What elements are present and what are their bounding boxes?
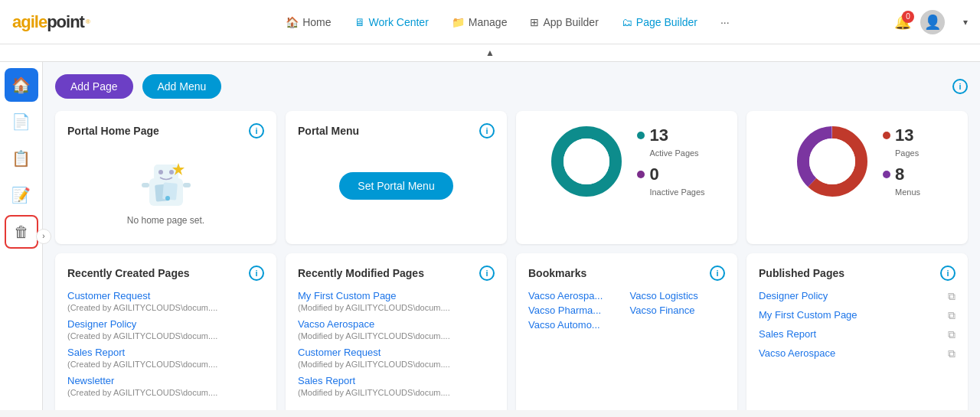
logo-agile: agile [12, 12, 47, 31]
set-portal-menu-button[interactable]: Set Portal Menu [339, 172, 452, 200]
svg-point-9 [165, 196, 170, 200]
bell-badge: 0 [902, 11, 914, 23]
published-pages-info-icon[interactable]: i [940, 266, 956, 281]
list-item: Newsletter (Created by AGILITYCLOUDS\doc… [67, 375, 264, 397]
list-item: Customer Request (Created by AGILITYCLOU… [67, 290, 264, 312]
svg-point-11 [564, 138, 609, 184]
nav-pagebuilder[interactable]: 🗂 Page Builder [612, 11, 707, 33]
bookmark-link-4[interactable]: Vacso Automo... [528, 319, 624, 331]
sidebar-item-trash[interactable]: 🗑 [5, 215, 38, 249]
nav-appbuilder[interactable]: ⊞ App Builder [521, 11, 607, 33]
copy-icon-1[interactable]: ⧉ [948, 309, 956, 322]
portal-home-info-icon[interactable]: i [249, 123, 264, 138]
active-chart-card: 13 Active Pages 0 Inactive Pages [516, 111, 737, 244]
created-sub-0: (Created by AGILITYCLOUDS\docum.... [67, 303, 264, 312]
portal-home-header: Portal Home Page i [67, 123, 264, 138]
portal-menu-header: Portal Menu i [298, 123, 495, 138]
nav-links: 🏠 Home 🖥 Work Center 📁 Manage ⊞ App Buil… [121, 11, 894, 33]
nav-home-label: Home [302, 16, 331, 28]
sidebar-item-pages[interactable]: 📄 [5, 105, 38, 138]
modified-sub-2: (Modified by AGILITYCLOUDS\docum.... [298, 360, 495, 369]
created-sub-3: (Created by AGILITYCLOUDS\docum.... [67, 388, 264, 397]
pages-count: 13 [895, 125, 913, 145]
modified-link-1[interactable]: Vacso Aerospace [298, 318, 495, 330]
recently-created-title: Recently Created Pages [67, 267, 190, 279]
portal-menu-info-icon[interactable]: i [479, 123, 495, 138]
menus-legend-item: 8 [883, 165, 920, 184]
modified-link-2[interactable]: Customer Request [298, 347, 495, 358]
published-pages-header: Published Pages i [759, 266, 956, 281]
nav-appbuilder-label: App Builder [543, 16, 598, 28]
modified-sub-3: (Modified by AGILITYCLOUDS\docum.... [298, 388, 495, 397]
sidebar-item-list[interactable]: 📋 [5, 142, 38, 175]
bookmark-link-0[interactable]: Vacso Aerospa... [528, 290, 624, 301]
published-pages-title: Published Pages [759, 267, 844, 279]
copy-icon-2[interactable]: ⧉ [948, 328, 956, 341]
recently-created-info-icon[interactable]: i [249, 266, 264, 281]
sidebar: 🏠 📄 📋 📝 🗑 › [0, 62, 43, 410]
bookmarks-info-icon[interactable]: i [710, 266, 725, 281]
modified-link-3[interactable]: Sales Report [298, 375, 495, 386]
svg-rect-4 [142, 183, 149, 187]
list-item: Vacso Aerospace ⧉ [759, 347, 956, 360]
menus-dot [883, 171, 890, 178]
published-link-2[interactable]: Sales Report [759, 328, 816, 340]
recently-modified-info-icon[interactable]: i [479, 266, 495, 281]
copy-icon-3[interactable]: ⧉ [948, 347, 956, 360]
created-link-2[interactable]: Sales Report [67, 347, 264, 358]
bookmark-link-1[interactable]: Vacso Logistics [630, 290, 726, 301]
top-nav: agilepoint ® 🏠 Home 🖥 Work Center 📁 Mana… [0, 0, 980, 44]
published-pages-list: Designer Policy ⧉ My First Custom Page ⧉… [759, 290, 956, 360]
add-menu-button[interactable]: Add Menu [142, 74, 222, 99]
active-label: Active Pages [649, 148, 698, 158]
portal-menu-title: Portal Menu [298, 125, 359, 137]
list-item: Sales Report (Created by AGILITYCLOUDS\d… [67, 347, 264, 369]
nav-right: 🔔 0 👤 ▾ [894, 10, 968, 34]
pages-dot [883, 132, 890, 139]
modified-sub-0: (Modified by AGILITYCLOUDS\docum.... [298, 303, 495, 312]
pages-donut-chart [794, 123, 871, 200]
menus-count: 8 [895, 165, 904, 184]
nav-more[interactable]: ··· [711, 11, 739, 33]
chevron-down-icon[interactable]: ▾ [963, 17, 968, 28]
modified-link-0[interactable]: My First Custom Page [298, 290, 495, 301]
list-sidebar-icon: 📋 [11, 149, 31, 168]
created-sub-2: (Created by AGILITYCLOUDS\docum.... [67, 360, 264, 369]
published-link-0[interactable]: Designer Policy [759, 290, 828, 301]
trash-sidebar-icon: 🗑 [14, 223, 29, 241]
user-avatar[interactable]: 👤 [920, 10, 945, 34]
created-link-3[interactable]: Newsletter [67, 375, 264, 386]
nav-home[interactable]: 🏠 Home [276, 11, 340, 33]
recently-modified-title: Recently Modified Pages [298, 267, 424, 279]
sidebar-expand-button[interactable]: › [36, 229, 51, 244]
document-sidebar-icon: 📝 [11, 186, 31, 204]
published-link-1[interactable]: My First Custom Page [759, 309, 858, 321]
pages-label: Pages [895, 148, 919, 158]
svg-rect-7 [162, 182, 178, 200]
sidebar-item-document[interactable]: 📝 [5, 178, 38, 212]
active-chart-content: 13 Active Pages 0 Inactive Pages [528, 123, 725, 200]
logo-point: point [47, 12, 84, 31]
created-link-1[interactable]: Designer Policy [67, 318, 264, 330]
copy-icon-0[interactable]: ⧉ [948, 290, 956, 303]
recently-modified-list: My First Custom Page (Modified by AGILIT… [298, 290, 495, 397]
svg-point-3 [169, 170, 174, 174]
active-count: 13 [649, 125, 668, 145]
nav-manage[interactable]: 📁 Manage [443, 11, 517, 33]
nav-workcenter[interactable]: 🖥 Work Center [345, 11, 438, 33]
sidebar-item-home[interactable]: 🏠 [5, 68, 38, 102]
bell-button[interactable]: 🔔 0 [894, 14, 911, 31]
active-legend: 13 Active Pages 0 Inactive Pages [637, 125, 704, 197]
home-icon: 🏠 [286, 16, 299, 28]
page-info-icon[interactable]: i [952, 79, 968, 94]
add-page-button[interactable]: Add Page [55, 74, 133, 99]
page-icon: 🗂 [622, 16, 632, 28]
bookmark-link-2[interactable]: Vacso Pharma... [528, 305, 624, 316]
published-link-3[interactable]: Vacso Aerospace [759, 347, 835, 359]
main-layout: 🏠 📄 📋 📝 🗑 › Add Page Add Menu i [0, 62, 980, 410]
bookmark-link-3[interactable]: Vacso Finance [630, 305, 726, 316]
created-link-0[interactable]: Customer Request [67, 290, 264, 301]
portal-menu-content: Set Portal Menu [298, 148, 495, 224]
collapse-bar[interactable]: ▲ [0, 44, 980, 62]
list-item: Vacso Aerospace (Modified by AGILITYCLOU… [298, 318, 495, 340]
